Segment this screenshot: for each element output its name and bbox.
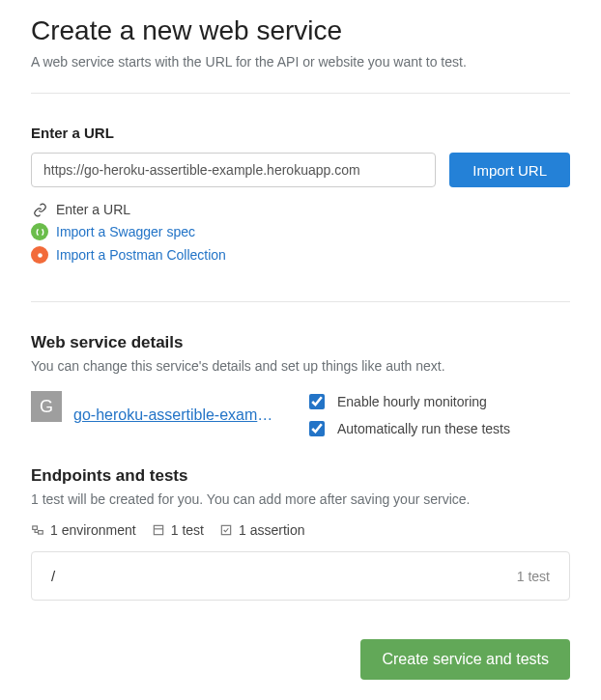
endpoints-sub: 1 test will be created for you. You can …	[31, 491, 570, 507]
autorun-checkbox-row[interactable]: Automatically run these tests	[305, 418, 510, 439]
test-icon	[152, 523, 165, 537]
footer: Create service and tests	[31, 639, 570, 680]
import-url-button[interactable]: Import URL	[449, 153, 570, 187]
link-icon	[31, 203, 48, 217]
page-title: Create a new web service	[31, 15, 570, 46]
import-options: Enter a URL Import a Swagger spec Import…	[31, 199, 570, 266]
import-option-label[interactable]: Import a Postman Collection	[56, 247, 226, 263]
import-option-label[interactable]: Import a Swagger spec	[56, 224, 195, 239]
svg-rect-3	[154, 525, 162, 534]
endpoint-path: /	[51, 568, 55, 584]
import-option-label: Enter a URL	[56, 202, 130, 217]
svg-point-0	[38, 253, 43, 258]
divider	[31, 301, 570, 302]
stat-tests: 1 test	[152, 522, 204, 538]
stat-label: 1 test	[171, 522, 204, 538]
import-option-swagger[interactable]: Import a Swagger spec	[31, 220, 570, 243]
divider	[31, 93, 570, 94]
endpoint-row[interactable]: / 1 test	[31, 551, 570, 601]
autorun-checkbox[interactable]	[309, 421, 325, 436]
stat-label: 1 environment	[50, 522, 136, 538]
monitor-label: Enable hourly monitoring	[337, 394, 487, 409]
endpoint-test-count: 1 test	[517, 569, 550, 584]
url-input-row: Import URL	[31, 153, 570, 187]
svg-rect-2	[39, 531, 43, 535]
import-option-postman[interactable]: Import a Postman Collection	[31, 243, 570, 266]
assertion-icon	[219, 523, 233, 537]
details-sub: You can change this service's details an…	[31, 358, 570, 374]
svg-rect-4	[221, 525, 230, 534]
svg-rect-1	[33, 526, 38, 530]
service-name-link[interactable]: go-heroku-assertible-exampl…	[73, 406, 276, 424]
page-subtitle: A web service starts with the URL for th…	[31, 54, 570, 70]
service-avatar: G	[31, 391, 62, 422]
url-input[interactable]	[31, 153, 436, 187]
import-option-url[interactable]: Enter a URL	[31, 199, 570, 220]
autorun-label: Automatically run these tests	[337, 421, 510, 436]
monitor-checkbox[interactable]	[309, 394, 325, 409]
url-label: Enter a URL	[31, 125, 570, 141]
details-heading: Web service details	[31, 333, 570, 352]
stat-label: 1 assertion	[239, 522, 304, 538]
stat-environments: 1 environment	[31, 522, 136, 538]
service-checks: Enable hourly monitoring Automatically r…	[305, 391, 510, 439]
environment-icon	[31, 523, 44, 537]
create-service-button[interactable]: Create service and tests	[360, 639, 570, 680]
postman-icon	[31, 246, 48, 264]
endpoints-heading: Endpoints and tests	[31, 466, 570, 486]
monitor-checkbox-row[interactable]: Enable hourly monitoring	[305, 391, 510, 412]
swagger-icon	[31, 223, 48, 240]
stat-assertions: 1 assertion	[219, 522, 304, 538]
stats-row: 1 environment 1 test 1 assertion	[31, 522, 570, 538]
details-row: G go-heroku-assertible-exampl… Enable ho…	[31, 391, 570, 439]
